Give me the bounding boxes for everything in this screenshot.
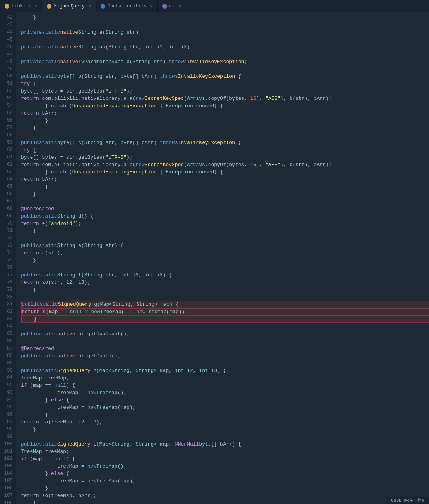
code-line[interactable]: try {: [21, 146, 429, 154]
code-line[interactable]: [21, 293, 429, 301]
code-line[interactable]: [21, 65, 429, 73]
code-line[interactable]: }: [21, 411, 429, 418]
line-number: 107: [0, 492, 16, 499]
line-number: 105: [0, 477, 16, 485]
code-line[interactable]: treeMap = new TreeMap();: [21, 463, 429, 470]
code-line[interactable]: }: [21, 499, 429, 504]
code-content[interactable]: } private static native String a(String …: [16, 12, 429, 504]
code-line[interactable]: [21, 132, 429, 139]
code-line[interactable]: public static String e(String str) {: [21, 242, 429, 249]
line-number: 50: [0, 73, 16, 80]
line-number: 43: [0, 21, 16, 29]
line-number: 69: [0, 213, 16, 220]
code-line[interactable]: [21, 235, 429, 242]
code-line[interactable]: return ao(str, i2, i3);: [21, 279, 429, 286]
code-line[interactable]: }: [21, 124, 429, 132]
code-line[interactable]: return bArr;: [21, 176, 429, 183]
line-number: 84: [0, 323, 16, 330]
code-line[interactable]: }: [21, 14, 429, 21]
code-area: 4243444546474849505152535455565758596061…: [0, 12, 429, 504]
code-line[interactable]: public static String f(String str, int i…: [21, 271, 429, 279]
code-line[interactable]: public static String d() {: [21, 213, 429, 220]
line-number: 47: [0, 51, 16, 58]
code-line[interactable]: public static SignedQuery h(Map<String, …: [21, 367, 429, 374]
code-line[interactable]: return so(treeMap, i2, i3);: [21, 418, 429, 426]
code-line[interactable]: [21, 51, 429, 58]
code-line[interactable]: [21, 360, 429, 367]
code-line[interactable]: }: [21, 117, 429, 124]
line-number: 58: [0, 132, 16, 139]
tab-cv[interactable]: cv ✕: [158, 0, 186, 12]
code-line[interactable]: private static native String a(String st…: [21, 29, 429, 36]
code-line[interactable]: public static byte[] c(String str, byte[…: [21, 139, 429, 146]
code-line[interactable]: byte[] bytes = str.getBytes("UTF-8");: [21, 87, 429, 95]
tab-close-cv[interactable]: ✕: [179, 4, 181, 9]
code-line[interactable]: return bArr;: [21, 110, 429, 117]
code-line[interactable]: try {: [21, 80, 429, 87]
code-line[interactable]: treeMap = new TreeMap(map);: [21, 404, 429, 411]
line-number: 61: [0, 154, 16, 161]
code-line[interactable]: return com.bilibili.nativelibrary.a.a(ne…: [21, 95, 429, 102]
line-number: 72: [0, 235, 16, 242]
code-line[interactable]: treeMap = new TreeMap(map);: [21, 477, 429, 485]
tab-close-containerutils[interactable]: ✕: [150, 4, 153, 9]
code-line[interactable]: return s(map == null ? new TreeMap() : n…: [21, 308, 429, 315]
code-line[interactable]: } catch (UnsupportedEncodingException | …: [21, 102, 429, 110]
tab-close-signedquery[interactable]: ✕: [89, 4, 91, 9]
code-line[interactable]: public static SignedQuery g(Map<String, …: [21, 301, 429, 308]
code-line[interactable]: public static byte[] b(String str, byte[…: [21, 73, 429, 80]
code-line[interactable]: TreeMap treeMap;: [21, 448, 429, 455]
code-line[interactable]: }: [21, 315, 429, 323]
code-line[interactable]: @Deprecated: [21, 345, 429, 352]
line-number: 44: [0, 29, 16, 36]
code-line[interactable]: } catch (UnsupportedEncodingException | …: [21, 168, 429, 176]
code-line[interactable]: @Deprecated: [21, 205, 429, 213]
code-line[interactable]: } else {: [21, 470, 429, 477]
code-line[interactable]: [21, 323, 429, 330]
code-line[interactable]: } else {: [21, 396, 429, 404]
tab-icon-signedquery: [47, 4, 51, 9]
code-line[interactable]: private static native IvParameterSpec b(…: [21, 58, 429, 65]
code-line[interactable]: [21, 198, 429, 205]
line-number: 60: [0, 146, 16, 154]
code-line[interactable]: return com.bilibili.nativelibrary.a.b(ne…: [21, 161, 429, 168]
code-line[interactable]: [21, 433, 429, 441]
line-number: 97: [0, 418, 16, 426]
code-line[interactable]: }: [21, 190, 429, 198]
tab-libbili[interactable]: LibBili ✕: [0, 0, 42, 12]
code-line[interactable]: public static native int getCpuId();: [21, 352, 429, 360]
code-line[interactable]: }: [21, 286, 429, 293]
tab-icon-cv: [162, 4, 167, 9]
line-number: 68: [0, 205, 16, 213]
tab-signedquery[interactable]: SignedQuery ✕: [42, 0, 96, 12]
code-line[interactable]: if (map == null) {: [21, 455, 429, 463]
code-line[interactable]: treeMap = new TreeMap();: [21, 389, 429, 396]
code-line[interactable]: byte[] bytes = str.getBytes("UTF-8");: [21, 154, 429, 161]
code-line[interactable]: return so(treeMap, bArr);: [21, 492, 429, 499]
line-number: 74: [0, 249, 16, 257]
code-line[interactable]: }: [21, 426, 429, 433]
line-number: 75: [0, 257, 16, 264]
code-line[interactable]: }: [21, 257, 429, 264]
tab-close-libbili[interactable]: ✕: [35, 4, 37, 9]
line-number: 94: [0, 396, 16, 404]
tab-bar: LibBili ✕ SignedQuery ✕ ContainerUtils ✕…: [0, 0, 429, 12]
code-line[interactable]: }: [21, 485, 429, 492]
code-line[interactable]: [21, 21, 429, 29]
code-line[interactable]: TreeMap treeMap;: [21, 374, 429, 382]
code-line[interactable]: }: [21, 183, 429, 190]
line-number: 53: [0, 95, 16, 102]
code-line[interactable]: if (map == null) {: [21, 382, 429, 389]
code-line[interactable]: return a(str);: [21, 249, 429, 257]
code-line[interactable]: }: [21, 227, 429, 235]
tab-containerutils[interactable]: ContainerUtils ✕: [96, 0, 158, 12]
code-line[interactable]: private static native String ao(String s…: [21, 43, 429, 51]
tab-icon-containerutils: [101, 4, 105, 9]
code-line[interactable]: [21, 36, 429, 43]
code-line[interactable]: [21, 264, 429, 271]
code-line[interactable]: public static SignedQuery i(Map<String, …: [21, 441, 429, 448]
line-number: 102: [0, 455, 16, 463]
code-line[interactable]: public static native int getCpuCount();: [21, 330, 429, 338]
code-line[interactable]: return e("android");: [21, 220, 429, 227]
code-line[interactable]: [21, 338, 429, 345]
